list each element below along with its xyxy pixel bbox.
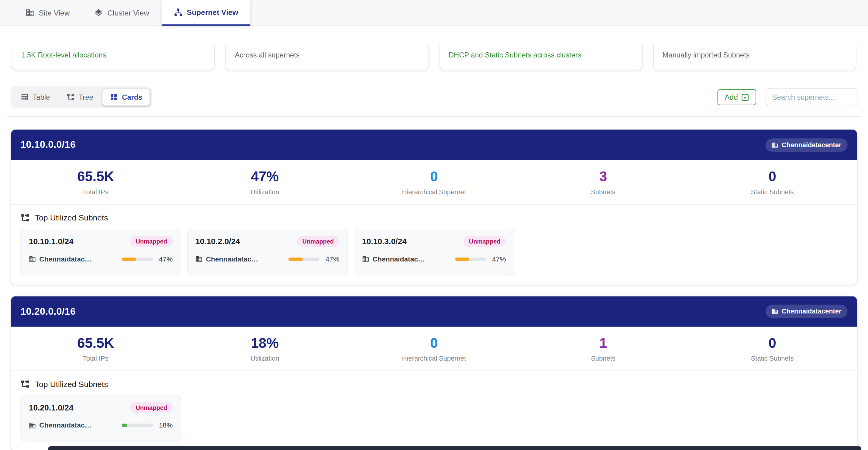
stat-value: 47% xyxy=(180,169,349,184)
subnet-card[interactable]: 10.10.2.0/24 Unmapped Chennaidatacen… 47… xyxy=(187,228,348,275)
summary-card-imported-subnets: Manually imported Subnets xyxy=(653,44,857,70)
view-option-label: Cards xyxy=(122,93,142,101)
subnet-card-top: 10.10.2.0/24 Unmapped xyxy=(195,236,339,247)
subnet-site: Chennaidatacen… xyxy=(195,255,262,263)
stat-static-subnets: 0 Static Subnets xyxy=(688,169,857,196)
stat-value: 0 xyxy=(688,335,857,351)
stat-label: Total IPs xyxy=(11,355,180,362)
summary-card-root-allocations: 1.5K Root-level allocations xyxy=(11,44,215,70)
supernet-stats-row: 65.5K Total IPs 47% Utilization 0 Hierar… xyxy=(11,160,857,204)
building-icon xyxy=(29,256,36,263)
stat-value: 3 xyxy=(519,169,688,184)
stat-value: 0 xyxy=(349,335,519,351)
view-option-cards[interactable]: Cards xyxy=(102,88,150,106)
building-icon xyxy=(26,8,34,17)
supernet-stats-row: 65.5K Total IPs 18% Utilization 0 Hierar… xyxy=(11,327,857,371)
view-option-label: Table xyxy=(33,93,50,101)
stat-total-ips: 65.5K Total IPs xyxy=(11,169,180,196)
unmapped-badge: Unmapped xyxy=(130,402,173,413)
table-icon xyxy=(20,93,29,101)
tab-cluster-view[interactable]: Cluster View xyxy=(82,0,161,26)
utilization-percent: 47% xyxy=(157,255,173,263)
summary-card-subnets: DHCP and Static Subnets across clusters xyxy=(439,44,643,70)
section-title: Top Utilized Subnets xyxy=(35,380,108,389)
utilization-bar-fill xyxy=(288,257,303,261)
subnet-site: Chennaidatacen… xyxy=(29,255,95,263)
utilization-bar xyxy=(288,257,319,261)
subnet-site: Chennaidatacen… xyxy=(29,421,95,429)
search-supernets-input[interactable] xyxy=(766,88,857,107)
tree-icon xyxy=(67,93,75,101)
section-title: Top Utilized Subnets xyxy=(35,213,108,222)
stat-subnets: 1 Subnets xyxy=(519,335,688,362)
tab-site-view[interactable]: Site View xyxy=(13,0,82,26)
subnet-card-bottom: Chennaidatacen… 18% xyxy=(29,421,173,429)
controls-row: Table Tree Cards Add xyxy=(11,86,858,108)
layers-icon xyxy=(94,8,103,17)
subnet-card-bottom: Chennaidatacen… 47% xyxy=(29,255,173,263)
stat-label: Subnets xyxy=(519,188,688,196)
supernet-card-header: 10.20.0.0/16 Chennaidatacenter xyxy=(11,296,857,327)
stat-hierarchical-supernet: 0 Hierarchical Supernet xyxy=(349,335,519,362)
stat-static-subnets: 0 Static Subnets xyxy=(688,335,857,362)
stat-value: 65.5K xyxy=(11,169,180,184)
view-option-table[interactable]: Table xyxy=(13,88,58,106)
stat-hierarchical-supernet: 0 Hierarchical Supernet xyxy=(349,169,519,196)
site-badge-label: Chennaidatacenter xyxy=(782,141,842,149)
stat-label: Total IPs xyxy=(11,188,180,196)
stat-label: Static Subnets xyxy=(688,355,857,362)
summary-card-subtitle: Manually imported Subnets xyxy=(662,51,750,59)
utilization-percent: 47% xyxy=(491,255,506,263)
top-utilized-subnets-header: Top Utilized Subnets xyxy=(11,205,857,228)
subnet-card[interactable]: 10.10.1.0/24 Unmapped Chennaidatacen… 47… xyxy=(20,228,181,275)
utilization-bar xyxy=(122,257,153,261)
stat-value: 0 xyxy=(349,169,519,184)
subnet-site: Chennaidatacen… xyxy=(362,255,429,263)
unmapped-badge: Unmapped xyxy=(297,236,339,247)
horizontal-scrollbar-thumb[interactable] xyxy=(48,446,861,450)
subnet-site-name: Chennaidatacen… xyxy=(39,255,95,263)
supernet-card: 10.20.0.0/16 Chennaidatacenter 65.5K Tot… xyxy=(11,296,858,450)
subnet-cidr: 10.20.1.0/24 xyxy=(29,403,73,412)
stat-utilization: 47% Utilization xyxy=(180,169,349,196)
supernet-cidr: 10.20.0.0/16 xyxy=(20,306,76,317)
view-option-tree[interactable]: Tree xyxy=(59,88,101,106)
top-subnets-row: 10.10.1.0/24 Unmapped Chennaidatacen… 47… xyxy=(11,228,857,284)
stat-label: Subnets xyxy=(519,355,688,362)
site-badge-label: Chennaidatacenter xyxy=(782,307,842,315)
subnet-card-top: 10.10.1.0/24 Unmapped xyxy=(29,236,173,247)
subnet-tree-icon xyxy=(20,213,30,222)
stat-subnets: 3 Subnets xyxy=(519,169,688,196)
summary-cards-row: 1.5K Root-level allocations Across all s… xyxy=(0,26,868,70)
subnet-card[interactable]: 10.10.3.0/24 Unmapped Chennaidatacen… 47… xyxy=(354,228,514,275)
tab-label: Supernet View xyxy=(187,8,238,16)
building-icon xyxy=(195,256,203,263)
stat-utilization: 18% Utilization xyxy=(180,335,349,362)
site-badge: Chennaidatacenter xyxy=(766,138,848,151)
tab-supernet-view[interactable]: Supernet View xyxy=(161,0,250,26)
subnet-tree-icon xyxy=(20,380,30,389)
subnet-card-top: 10.10.3.0/24 Unmapped xyxy=(362,236,506,247)
building-icon xyxy=(772,308,778,315)
stat-label: Static Subnets xyxy=(688,188,857,196)
stat-value: 0 xyxy=(688,169,857,184)
utilization-percent: 18% xyxy=(157,421,173,429)
cards-icon xyxy=(110,93,118,101)
supernet-view-page: Site View Cluster View Supernet View 1.5… xyxy=(0,0,868,450)
summary-card-subtitle: Across all supernets xyxy=(235,51,300,59)
subnet-card[interactable]: 10.20.1.0/24 Unmapped Chennaidatacen… 18… xyxy=(20,395,181,442)
utilization-percent: 47% xyxy=(324,255,339,263)
utilization-bar-fill xyxy=(122,424,127,427)
top-subnets-row: 10.20.1.0/24 Unmapped Chennaidatacen… 18… xyxy=(11,395,857,450)
subnet-cidr: 10.10.3.0/24 xyxy=(362,237,407,246)
stat-label: Utilization xyxy=(180,355,349,362)
utilization-bar-fill xyxy=(455,257,470,261)
unmapped-badge: Unmapped xyxy=(130,236,173,247)
tab-label: Cluster View xyxy=(107,8,149,17)
stat-total-ips: 65.5K Total IPs xyxy=(11,335,180,362)
stat-label: Hierarchical Supernet xyxy=(349,355,519,362)
summary-card-subtitle: DHCP and Static Subnets across clusters xyxy=(448,51,581,59)
add-supernet-button[interactable]: Add xyxy=(717,89,756,105)
site-badge: Chennaidatacenter xyxy=(766,305,848,318)
stat-value: 1 xyxy=(519,335,688,351)
